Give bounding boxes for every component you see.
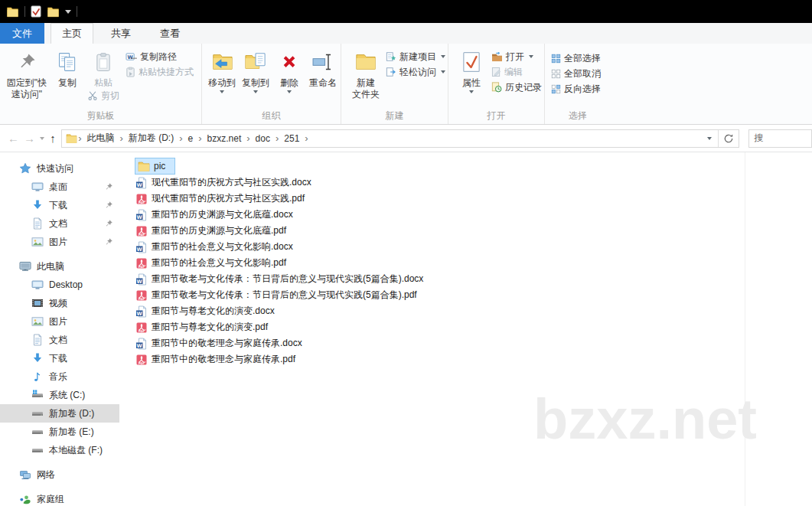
sidebar-item-music[interactable]: 音乐 xyxy=(0,367,119,386)
copy-to-button[interactable]: 复制到 xyxy=(239,45,272,93)
paste-button[interactable]: 粘贴 xyxy=(86,45,120,89)
sidebar-item-drive-c[interactable]: 系统 (C:) xyxy=(0,386,119,404)
history-button[interactable]: 历史记录 xyxy=(488,80,545,94)
up-button[interactable]: ↑ xyxy=(49,130,57,147)
history-icon xyxy=(491,82,502,93)
svg-text:W: W xyxy=(137,246,142,252)
copy-to-icon xyxy=(244,47,267,77)
breadcrumb-item[interactable]: bzxz.net xyxy=(203,130,246,147)
music-icon xyxy=(31,371,44,383)
open-button[interactable]: 打开 xyxy=(488,50,545,64)
svg-text:PDF: PDF xyxy=(139,266,145,269)
refresh-icon[interactable] xyxy=(719,130,739,147)
tab-share[interactable]: 共享 xyxy=(99,23,142,44)
breadcrumb-item[interactable]: 新加卷 (D:) xyxy=(124,130,178,147)
address-field[interactable]: › 此电脑›新加卷 (D:)›e›bzxz.net›doc›251› xyxy=(61,129,739,148)
pin-icon xyxy=(104,182,113,191)
sidebar-item-homegroup[interactable]: 家庭组 xyxy=(0,490,119,506)
sidebar-item-qa-desktop[interactable]: 桌面 xyxy=(0,178,119,196)
file-item[interactable]: PDF现代重阳节的庆祝方式与社区实践.pdf xyxy=(119,191,812,207)
clipboard-group-label: 剪贴板 xyxy=(0,109,201,122)
properties-button[interactable]: 属性 xyxy=(455,45,488,93)
file-name: 重阳节中的敬老理念与家庭传承.docx xyxy=(152,337,302,350)
new-folder-button[interactable]: 新建 文件夹 xyxy=(349,45,383,100)
copy-button[interactable]: 复制 xyxy=(51,45,84,89)
file-item[interactable]: PDF重阳节的社会意义与文化影响.pdf xyxy=(119,255,812,271)
file-item[interactable]: W重阳节的社会意义与文化影响.docx xyxy=(119,239,812,255)
file-item[interactable]: W重阳节的历史渊源与文化底蕴.docx xyxy=(119,207,812,223)
paste-shortcut-button[interactable]: 粘贴快捷方式 xyxy=(122,65,197,79)
file-item[interactable]: PDF重阳节的历史渊源与文化底蕴.pdf xyxy=(119,223,812,239)
file-item[interactable]: PDF重阳节中的敬老理念与家庭传承.pdf xyxy=(119,351,812,367)
file-item[interactable]: W现代重阳节的庆祝方式与社区实践.docx xyxy=(119,175,812,191)
sidebar-item-drive-e[interactable]: 新加卷 (E:) xyxy=(0,423,119,441)
breadcrumb-item[interactable]: doc xyxy=(251,130,275,147)
edit-button[interactable]: 编辑 xyxy=(488,65,545,79)
folder-item[interactable]: pic xyxy=(135,158,175,175)
cut-button[interactable]: 剪切 xyxy=(84,89,122,103)
delete-dropdown-icon xyxy=(287,90,292,93)
new-folder-icon xyxy=(354,47,377,77)
ribbon-tab-row: 文件 主页 共享 查看 xyxy=(0,23,812,44)
rename-button[interactable]: 重命名 xyxy=(306,45,340,89)
address-dropdown-icon[interactable] xyxy=(707,137,712,140)
select-none-button[interactable]: 全部取消 xyxy=(548,67,604,80)
file-item[interactable]: PDF重阳节与尊老文化的演变.pdf xyxy=(119,319,812,335)
homegroup-icon xyxy=(19,493,31,505)
sidebar-item-drive-d[interactable]: 新加卷 (D:) xyxy=(0,404,119,423)
copy-path-button[interactable]: W 复制路径 xyxy=(122,50,197,64)
svg-text:W: W xyxy=(137,214,142,220)
sidebar-item-documents[interactable]: 文档 xyxy=(0,331,119,349)
pin-to-quick-access-button[interactable]: 固定到"快 速访问" xyxy=(3,45,51,100)
copy-icon xyxy=(57,47,78,77)
sidebar-item-pictures[interactable]: 图片 xyxy=(0,312,119,331)
tab-home[interactable]: 主页 xyxy=(51,23,93,44)
easy-access-icon xyxy=(386,67,396,77)
search-input[interactable]: 搜 xyxy=(748,129,812,148)
qat-properties-icon[interactable] xyxy=(31,5,41,18)
file-item[interactable]: W重阳节敬老与文化传承：节日背后的意义与现代实践(5篇合集).docx xyxy=(119,271,812,287)
recent-locations-chevron-icon[interactable] xyxy=(40,137,44,140)
move-to-button[interactable]: 移动到 xyxy=(205,45,239,93)
sidebar-item-qa-downloads[interactable]: 下载 xyxy=(0,196,119,214)
breadcrumb-item[interactable]: 此电脑 xyxy=(83,130,119,147)
back-button[interactable]: ← xyxy=(8,130,19,147)
invert-selection-button[interactable]: 反向选择 xyxy=(548,82,604,96)
ribbon-group-select: 全部选择 全部取消 反向选择 选择 xyxy=(545,44,611,124)
select-all-button[interactable]: 全部选择 xyxy=(548,51,604,65)
sidebar-item-downloads[interactable]: 下载 xyxy=(0,349,119,367)
easy-access-button[interactable]: 轻松访问 xyxy=(383,65,448,79)
address-bar: ← → ↑ › 此电脑›新加卷 (D:)›e›bzxz.net›doc›251›… xyxy=(0,125,812,152)
sidebar-item-videos[interactable]: 视频 xyxy=(0,294,119,312)
sidebar-item-label: 下载 xyxy=(49,199,67,212)
sidebar-item-drive-f[interactable]: 本地磁盘 (F:) xyxy=(0,441,119,459)
invert-selection-icon xyxy=(551,84,561,94)
breadcrumb-item[interactable]: 251 xyxy=(279,130,304,147)
new-item-button[interactable]: 新建项目 xyxy=(383,50,448,64)
file-item[interactable]: W重阳节与尊老文化的演变.docx xyxy=(119,303,812,319)
qat-customize-chevron-icon[interactable] xyxy=(65,10,71,14)
history-label: 历史记录 xyxy=(505,81,542,93)
new-item-icon xyxy=(386,51,396,62)
file-item[interactable]: PDF重阳节敬老与文化传承：节日背后的意义与现代实践(5篇合集).pdf xyxy=(119,287,812,303)
delete-button[interactable]: 删除 xyxy=(272,45,306,93)
sidebar-item-desktop[interactable]: Desktop xyxy=(0,276,119,294)
file-pane[interactable]: picW现代重阳节的庆祝方式与社区实践.docxPDF现代重阳节的庆祝方式与社区… xyxy=(119,152,812,506)
sidebar-item-qa-pictures[interactable]: 图片 xyxy=(0,233,119,251)
word-icon: W xyxy=(135,273,148,286)
breadcrumb-item[interactable]: e xyxy=(184,130,198,147)
sidebar-item-qa-documents[interactable]: 文档 xyxy=(0,214,119,233)
sidebar-item-quick-access[interactable]: 快速访问 xyxy=(0,159,119,178)
tab-file[interactable]: 文件 xyxy=(0,23,44,44)
qat-new-folder-icon[interactable] xyxy=(47,6,60,18)
forward-button[interactable]: → xyxy=(24,130,35,147)
tab-view[interactable]: 查看 xyxy=(148,23,191,44)
pdf-icon: PDF xyxy=(135,289,148,302)
file-item[interactable]: W重阳节中的敬老理念与家庭传承.docx xyxy=(119,335,812,351)
sidebar-item-network[interactable]: 网络 xyxy=(0,465,119,484)
ribbon-group-organize: 移动到 复制到 删除 重命名 组织 xyxy=(202,44,341,124)
sidebar-item-this-pc[interactable]: 此电脑 xyxy=(0,257,119,276)
address-folder-icon xyxy=(66,133,77,143)
new-folder-label: 新建 文件夹 xyxy=(352,77,380,100)
qat-separator xyxy=(77,6,77,17)
